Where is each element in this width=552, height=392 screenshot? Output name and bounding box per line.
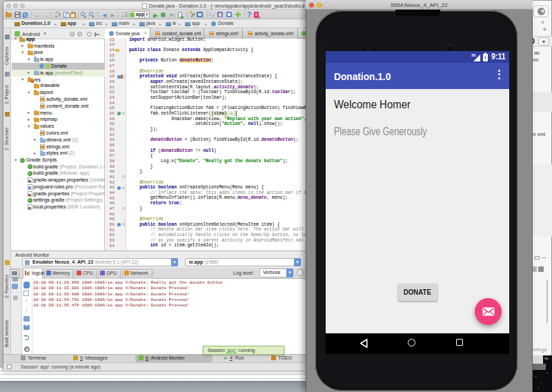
- svg-text:3G: 3G: [471, 53, 476, 57]
